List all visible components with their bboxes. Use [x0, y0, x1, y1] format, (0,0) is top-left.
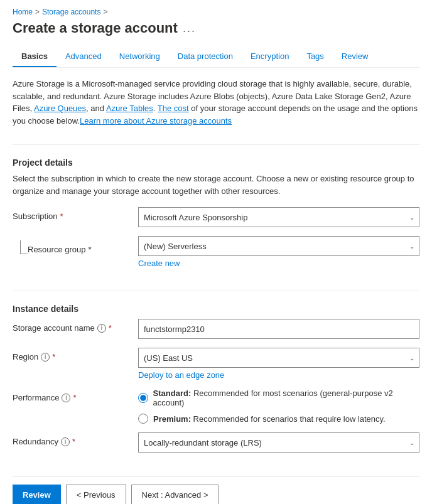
performance-standard-option[interactable]: Standard: Recommended for most scenarios…: [138, 389, 419, 407]
divider-1: [13, 144, 419, 145]
deploy-edge-link[interactable]: Deploy to an edge zone: [138, 370, 224, 380]
performance-premium-radio[interactable]: [138, 414, 148, 424]
page-header: Create a storage account ...: [13, 20, 419, 36]
instance-details-title: Instance details: [13, 304, 419, 314]
tabs-nav: Basics Advanced Networking Data protecti…: [13, 46, 419, 68]
breadcrumb-sep2: >: [103, 8, 107, 16]
subscription-select-wrapper: Microsoft Azure Sponsorship ⌄: [138, 207, 419, 227]
intro-text: Azure Storage is a Microsoft-managed ser…: [13, 78, 419, 127]
redundancy-info-icon[interactable]: i: [61, 437, 70, 446]
create-new-link[interactable]: Create new: [138, 259, 180, 268]
previous-button[interactable]: < Previous: [66, 485, 126, 504]
breadcrumb-storage[interactable]: Storage accounts: [42, 8, 100, 16]
redundancy-row: Redundancy i * Locally-redundant storage…: [13, 432, 419, 453]
project-details-desc: Select the subscription in which to crea…: [13, 173, 419, 197]
tab-review[interactable]: Review: [333, 46, 377, 67]
region-control: (US) East US ⌄ Deploy to an edge zone: [138, 348, 419, 380]
subscription-control: Microsoft Azure Sponsorship ⌄: [138, 207, 419, 227]
tab-networking[interactable]: Networking: [111, 46, 169, 67]
region-select-wrapper: (US) East US ⌄: [138, 348, 419, 368]
region-row: Region i * (US) East US ⌄ Deploy to an e…: [13, 348, 419, 380]
storage-account-name-row: Storage account name i *: [13, 319, 419, 339]
breadcrumb-sep1: >: [35, 8, 40, 16]
region-select[interactable]: (US) East US: [138, 348, 419, 368]
performance-label: Performance i *: [13, 389, 138, 402]
performance-standard-radio[interactable]: [138, 393, 148, 403]
instance-details-section: Instance details Storage account name i …: [13, 304, 419, 461]
link-azure-queues[interactable]: Azure Queues: [34, 104, 86, 113]
tab-basics[interactable]: Basics: [13, 46, 57, 67]
performance-radio-group: Standard: Recommended for most scenarios…: [138, 389, 419, 424]
subscription-label: Subscription *: [13, 207, 138, 221]
performance-control: Standard: Recommended for most scenarios…: [138, 389, 419, 424]
tab-tags[interactable]: Tags: [298, 46, 332, 67]
storage-account-name-label: Storage account name i *: [13, 319, 138, 333]
storage-account-name-info-icon[interactable]: i: [97, 324, 106, 333]
resource-group-label-col: Resource group *: [13, 236, 138, 254]
link-cost[interactable]: The cost: [158, 104, 189, 113]
next-button[interactable]: Next : Advanced >: [131, 485, 219, 504]
link-learn-more[interactable]: Learn more about Azure storage accounts: [80, 116, 232, 126]
resource-group-label: Resource group *: [28, 245, 92, 254]
resource-group-row: Resource group * (New) Serverless ⌄ Crea…: [13, 236, 419, 268]
divider-2: [13, 291, 419, 291]
performance-premium-option[interactable]: Premium: Recommended for scenarios that …: [138, 414, 419, 424]
breadcrumb: Home > Storage accounts >: [13, 8, 419, 16]
storage-account-name-input[interactable]: [138, 319, 419, 339]
project-details-title: Project details: [13, 158, 419, 168]
redundancy-select-wrapper: Locally-redundant storage (LRS) ⌄: [138, 432, 419, 453]
tab-data-protection[interactable]: Data protection: [169, 46, 242, 67]
region-label: Region i *: [13, 348, 138, 362]
footer-bar: Review < Previous Next : Advanced >: [13, 476, 419, 504]
redundancy-label: Redundancy i *: [13, 432, 138, 446]
resource-group-tree: Resource group *: [13, 240, 92, 254]
subscription-select[interactable]: Microsoft Azure Sponsorship: [138, 207, 419, 227]
project-details-section: Project details Select the subscription …: [13, 158, 419, 271]
tab-advanced[interactable]: Advanced: [57, 46, 111, 67]
resource-group-control: (New) Serverless ⌄ Create new: [138, 236, 419, 268]
link-azure-tables[interactable]: Azure Tables: [106, 104, 153, 113]
tab-encryption[interactable]: Encryption: [242, 46, 298, 67]
performance-standard-label: Standard: Recommended for most scenarios…: [153, 389, 419, 407]
review-button[interactable]: Review: [13, 485, 61, 504]
region-info-icon[interactable]: i: [41, 353, 50, 362]
redundancy-control: Locally-redundant storage (LRS) ⌄: [138, 432, 419, 453]
performance-info-icon[interactable]: i: [62, 394, 70, 402]
storage-account-name-control: [138, 319, 419, 339]
performance-premium-label: Premium: Recommended for scenarios that …: [153, 414, 386, 424]
page-title: Create a storage account: [13, 20, 178, 36]
resource-group-select-wrapper: (New) Serverless ⌄: [138, 236, 419, 256]
resource-group-select[interactable]: (New) Serverless: [138, 236, 419, 256]
page-header-menu[interactable]: ...: [183, 22, 196, 35]
redundancy-select[interactable]: Locally-redundant storage (LRS): [138, 432, 419, 453]
performance-row: Performance i * Standard: Recommended fo…: [13, 389, 419, 424]
subscription-row: Subscription * Microsoft Azure Sponsorsh…: [13, 207, 419, 227]
breadcrumb-home[interactable]: Home: [13, 8, 33, 16]
